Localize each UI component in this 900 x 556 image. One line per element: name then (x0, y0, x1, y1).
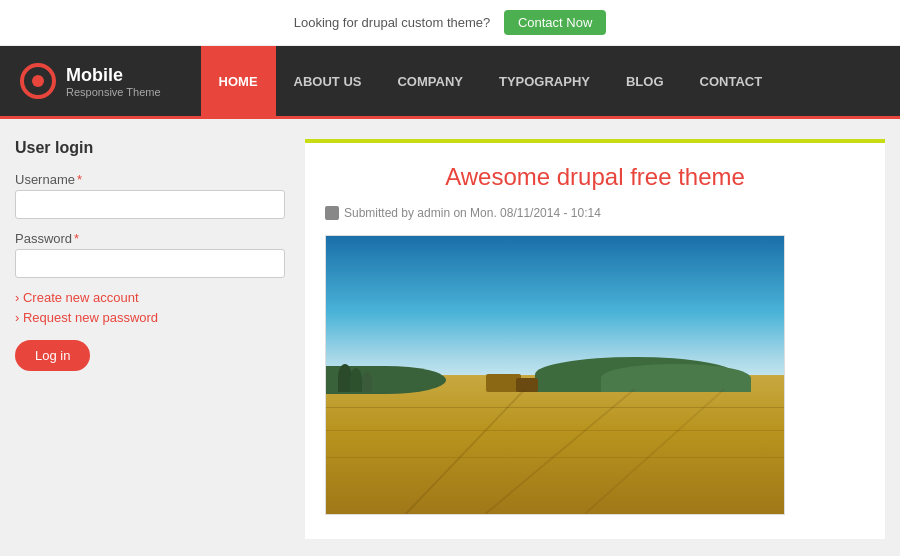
svg-point-1 (32, 75, 44, 87)
sidebar: User login Username* Password* Create ne… (15, 139, 285, 539)
username-input[interactable] (15, 190, 285, 219)
article-meta: Submitted by admin on Mon. 08/11/2014 - … (325, 206, 865, 220)
password-input[interactable] (15, 249, 285, 278)
contact-now-button[interactable]: Contact Now (504, 10, 606, 35)
username-label: Username* (15, 172, 285, 187)
username-required: * (77, 172, 82, 187)
sidebar-title: User login (15, 139, 285, 157)
top-bar: Looking for drupal custom theme? Contact… (0, 0, 900, 46)
main-nav: HOME ABOUT US COMPANY TYPOGRAPHY BLOG CO… (201, 46, 781, 116)
header: Mobile Responsive Theme HOME ABOUT US CO… (0, 46, 900, 116)
password-required: * (74, 231, 79, 246)
nav-item-home[interactable]: HOME (201, 46, 276, 116)
nav-item-typography[interactable]: TYPOGRAPHY (481, 46, 608, 116)
article-meta-text: Submitted by admin on Mon. 08/11/2014 - … (344, 206, 601, 220)
article-title: Awesome drupal free theme (325, 163, 865, 191)
calendar-icon (325, 206, 339, 220)
article-image (325, 235, 785, 515)
article-content: Awesome drupal free theme Submitted by a… (305, 139, 885, 539)
create-account-link[interactable]: Create new account (15, 290, 285, 305)
logo-icon (20, 63, 56, 99)
logo: Mobile Responsive Theme (20, 63, 161, 99)
svg-line-4 (585, 389, 724, 514)
logo-title: Mobile (66, 65, 161, 86)
main-content: User login Username* Password* Create ne… (0, 119, 900, 556)
nav-item-about[interactable]: ABOUT US (276, 46, 380, 116)
nav-item-company[interactable]: COMPANY (379, 46, 480, 116)
field-svg (326, 389, 784, 514)
password-label: Password* (15, 231, 285, 246)
top-bar-text: Looking for drupal custom theme? (294, 15, 491, 30)
logo-subtitle: Responsive Theme (66, 86, 161, 98)
nav-item-contact[interactable]: CONTACT (682, 46, 781, 116)
nav-item-blog[interactable]: BLOG (608, 46, 682, 116)
logo-text: Mobile Responsive Theme (66, 65, 161, 98)
request-password-link[interactable]: Request new password (15, 310, 285, 325)
hills-right2 (601, 364, 751, 392)
login-button[interactable]: Log in (15, 340, 90, 371)
